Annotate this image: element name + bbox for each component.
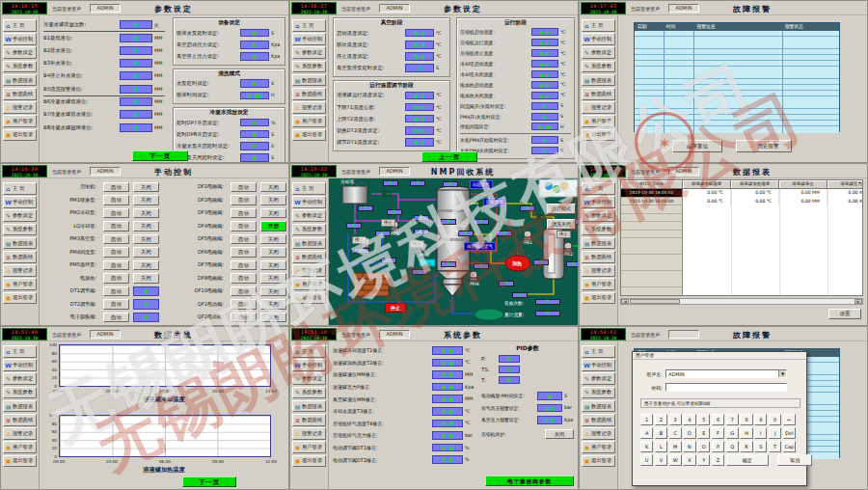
setpoint-value[interactable]: 0 [405, 64, 434, 72]
keyboard-key[interactable]: 1 [640, 414, 653, 425]
sidebar-item[interactable]: ◉ 用户登录 [292, 441, 326, 453]
keyboard-key[interactable]: 2 [655, 414, 667, 425]
auto-mode-button[interactable]: 自动 [231, 260, 257, 271]
keyboard-key[interactable]: 0 [769, 414, 781, 425]
keyboard-key[interactable]: T [769, 441, 781, 452]
setpoint-value[interactable]: 0.0 [405, 138, 434, 147]
sidebar-item[interactable]: ✎ 参数设定 [3, 372, 37, 385]
sidebar-item[interactable]: ▣ 退出登录 [582, 129, 615, 142]
keyboard-key[interactable]: 8 [740, 414, 752, 425]
setpoint-value[interactable]: 0.00 [531, 122, 558, 130]
setpoint-value[interactable]: 0.0 [405, 126, 434, 135]
setpoint-value[interactable]: 0.0 [405, 41, 434, 49]
valve-state-button[interactable]: 关闭 [260, 247, 286, 258]
keyboard-key[interactable]: 9 [754, 414, 767, 425]
trend-chart-heating[interactable] [59, 415, 271, 457]
sidebar-item[interactable]: W 手动控制 [292, 33, 326, 45]
keyboard-key[interactable]: F [712, 427, 724, 439]
sidebar-item[interactable]: ◉ 用户登录 [582, 278, 615, 290]
keyboard-key[interactable]: Cap [783, 441, 796, 452]
report-row[interactable]: 2023-10-30 16:05:45 0.00 ℃ 0.00 ℃ 0.00 M… [621, 189, 862, 198]
sidebar-item[interactable]: ⌂ 主 页 [292, 182, 326, 195]
sidebar-item[interactable]: W 手动控制 [3, 359, 37, 371]
setpoint-value[interactable]: 0 [531, 147, 558, 154]
setpoint-value[interactable]: 0 [240, 29, 269, 38]
trend-chart-cooling[interactable] [59, 344, 271, 387]
setpoint-value[interactable]: 0 [240, 153, 269, 162]
auto-mode-button[interactable]: 自动 [231, 234, 257, 245]
sidebar-item[interactable]: ⚠ 报警记录 [582, 427, 615, 440]
keyboard-key[interactable]: 3 [669, 414, 682, 425]
sidebar-item[interactable]: W 手动控制 [3, 33, 37, 45]
keyboard-key[interactable]: V [655, 454, 667, 466]
setpoint-value[interactable]: 0.00 [240, 92, 269, 100]
sidebar-item[interactable]: ⚠ 报警记录 [3, 264, 37, 277]
valve-state-button[interactable]: 关闭 [260, 234, 286, 245]
device-state-button[interactable]: 关闭 [133, 234, 159, 245]
setpoint-value[interactable]: 0 [120, 59, 152, 68]
sidebar-item[interactable]: ▣ 退出登录 [3, 455, 37, 468]
scroll-left-arrow[interactable]: ◄ [621, 299, 629, 304]
device-state-button[interactable]: 关闭 [133, 208, 159, 219]
setpoint-value[interactable]: 0 [120, 123, 152, 132]
sidebar-item[interactable]: ≋ 数据曲线 [3, 414, 37, 426]
sidebar-item[interactable]: ≋ 数据曲线 [582, 414, 615, 426]
sidebar-item[interactable]: ◉ 用户登录 [3, 115, 37, 127]
device-state-button[interactable]: 关闭 [133, 221, 159, 231]
sidebar-item[interactable]: ✎ 系统参数 [292, 387, 326, 399]
auto-mode-button[interactable]: 自动 [231, 221, 257, 231]
sidebar-item[interactable]: ▤ 数据报表 [292, 237, 326, 250]
correction-value[interactable]: 0.0 [432, 359, 463, 368]
correction-value[interactable]: 0.0 [432, 370, 463, 379]
horizontal-scrollbar[interactable]: ◄ ► [620, 298, 863, 305]
sidebar-item[interactable]: ▤ 数据报表 [292, 74, 326, 87]
valve-state-button[interactable]: 开启 [260, 221, 286, 231]
auto-mode-button[interactable]: 自动 [231, 299, 257, 310]
setpoint-value[interactable]: 0 [531, 102, 558, 110]
valve-state-button[interactable]: 关闭 [260, 182, 286, 193]
sidebar-item[interactable]: ✎ 系统参数 [3, 61, 37, 73]
auto-mode-button[interactable]: 自动 [103, 313, 129, 323]
device-state-button[interactable]: 0 [133, 286, 159, 297]
auto-mode-button[interactable]: 自动 [103, 247, 129, 258]
sidebar-item[interactable]: ⌂ 主 页 [3, 345, 37, 358]
keyboard-key[interactable]: R [740, 441, 752, 452]
setpoint-value[interactable]: 0 [120, 71, 152, 80]
setpoint-value[interactable]: 0 [531, 136, 558, 144]
sidebar-item[interactable]: ◉ 用户登录 [582, 115, 615, 127]
device-state-button[interactable]: 关闭 [133, 247, 159, 258]
sidebar-item[interactable]: ▣ 退出登录 [292, 455, 326, 468]
device-state-button[interactable]: 0 [133, 299, 159, 310]
keyboard-key[interactable]: D [683, 427, 695, 439]
setpoint-value[interactable]: 0.0 [531, 28, 558, 36]
sidebar-item[interactable]: ⚠ 报警记录 [3, 427, 37, 440]
sidebar-item[interactable]: ✎ 系统参数 [3, 224, 37, 236]
setpoint-value[interactable]: 0.0 [405, 115, 434, 123]
sidebar-item[interactable]: ✎ 参数设定 [292, 372, 326, 385]
keyboard-key[interactable]: H [740, 427, 752, 439]
sidebar-item[interactable]: ✎ 参数设定 [582, 372, 615, 385]
auto-mode-button[interactable]: 自动 [103, 234, 129, 245]
sidebar-item[interactable]: ◉ 用户登录 [292, 278, 326, 290]
keyboard-key[interactable]: Y [697, 454, 710, 466]
sidebar-item[interactable]: ▤ 数据报表 [3, 74, 37, 87]
correction-value[interactable]: 0.0 [432, 395, 463, 403]
password-input[interactable] [665, 383, 787, 392]
setpoint-value[interactable]: 0.0 [531, 39, 558, 46]
sidebar-item[interactable]: ≋ 数据曲线 [582, 251, 615, 263]
valve-state-button[interactable]: 关闭 [260, 208, 286, 219]
device-state-button[interactable]: 0 [133, 313, 159, 323]
sidebar-item[interactable]: ▤ 数据报表 [292, 400, 326, 413]
sidebar-item[interactable]: ✎ 系统参数 [3, 387, 37, 399]
setpoint-value[interactable]: 0.0 [531, 60, 558, 68]
keyboard-key[interactable]: G [726, 427, 739, 439]
sidebar-item[interactable]: W 手动控制 [292, 196, 326, 208]
sidebar-item[interactable]: ⚠ 报警记录 [582, 101, 615, 114]
sidebar-item[interactable]: ▣ 退出登录 [3, 129, 37, 142]
run-mode-button[interactable]: 运行模式 [547, 204, 576, 214]
correction-value[interactable]: 0.0 [432, 431, 463, 440]
sidebar-item[interactable]: W 手动控制 [582, 33, 615, 45]
device-state-button[interactable]: 关闭 [133, 273, 159, 284]
sidebar-item[interactable]: ≋ 数据曲线 [292, 414, 326, 426]
next-page-button[interactable]: 下一页 [182, 476, 236, 487]
